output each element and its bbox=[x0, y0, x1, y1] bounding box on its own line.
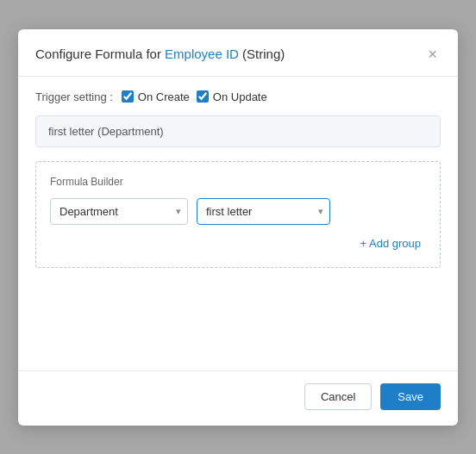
cancel-button[interactable]: Cancel bbox=[304, 383, 372, 410]
formula-builder-section: Formula Builder Department Employee ID N… bbox=[35, 161, 441, 268]
close-button[interactable]: × bbox=[424, 45, 441, 64]
trigger-row: Trigger setting : On Create On Update bbox=[35, 90, 441, 103]
trigger-label: Trigger setting : bbox=[35, 90, 113, 103]
modal-title: Configure Formula for Employee ID (Strin… bbox=[35, 47, 285, 61]
save-button[interactable]: Save bbox=[380, 383, 441, 410]
formula-preview-text: first letter (Department) bbox=[48, 125, 164, 138]
on-update-wrapper: On Update bbox=[197, 90, 267, 103]
modal-header: Configure Formula for Employee ID (Strin… bbox=[18, 29, 458, 77]
on-create-label[interactable]: On Create bbox=[138, 90, 190, 103]
field-select[interactable]: Department Employee ID Name Position bbox=[50, 198, 188, 225]
on-update-label[interactable]: On Update bbox=[213, 90, 267, 103]
modal-overlay: Configure Formula for Employee ID (Strin… bbox=[0, 0, 476, 454]
modal-footer: Cancel Save bbox=[18, 370, 458, 426]
on-update-checkbox[interactable] bbox=[197, 90, 209, 103]
title-prefix: Configure Formula for bbox=[35, 47, 165, 61]
builder-row: Department Employee ID Name Position ▾ f… bbox=[50, 198, 426, 225]
formula-builder-label: Formula Builder bbox=[50, 176, 426, 188]
function-select[interactable]: first letter upper case lower case trim … bbox=[197, 198, 330, 225]
function-select-wrapper: first letter upper case lower case trim … bbox=[197, 198, 330, 225]
title-highlight: Employee ID bbox=[165, 47, 239, 61]
modal-body: Trigger setting : On Create On Update fi… bbox=[18, 77, 458, 370]
on-create-checkbox[interactable] bbox=[122, 90, 134, 103]
field-select-wrapper: Department Employee ID Name Position ▾ bbox=[50, 198, 188, 225]
on-create-wrapper: On Create bbox=[122, 90, 190, 103]
modal: Configure Formula for Employee ID (Strin… bbox=[18, 29, 458, 426]
add-group-button[interactable]: + Add group bbox=[355, 233, 426, 253]
add-group-row: + Add group bbox=[50, 233, 426, 253]
formula-preview: first letter (Department) bbox=[35, 115, 441, 147]
title-suffix: (String) bbox=[239, 47, 285, 61]
